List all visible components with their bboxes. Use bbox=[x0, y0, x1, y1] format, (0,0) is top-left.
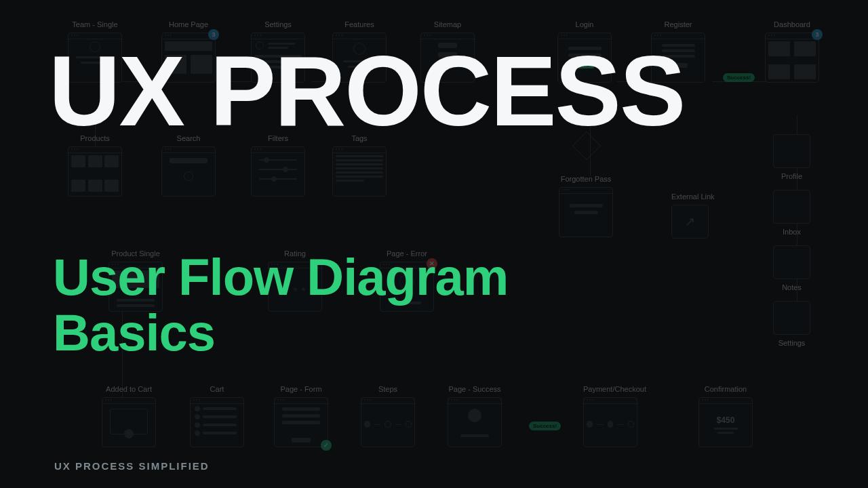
node-label: Settings bbox=[251, 20, 305, 28]
confirmation-amount: $450 bbox=[717, 415, 735, 425]
node-label: Settings bbox=[773, 339, 810, 347]
external-link-icon: ↗ bbox=[685, 214, 695, 229]
node-page-success: Page - Success bbox=[448, 385, 502, 447]
node-payment-checkout: Payment/Checkout bbox=[583, 385, 646, 447]
node-profile: Profile bbox=[773, 134, 810, 180]
node-confirmation: Confirmation $450 bbox=[698, 385, 753, 447]
node-cart: Cart bbox=[190, 385, 244, 447]
node-label: Confirmation bbox=[698, 385, 753, 393]
node-settings2: Settings bbox=[773, 301, 810, 347]
main-title: UX PROCESS bbox=[49, 42, 684, 141]
node-label: Steps bbox=[361, 385, 415, 393]
subtitle: User Flow Diagram Basics bbox=[53, 249, 508, 361]
footer-caption: UX PROCESS SIMPLIFIED bbox=[54, 460, 210, 472]
node-added-to-cart: Added to Cart bbox=[102, 385, 156, 447]
node-label: Sitemap bbox=[420, 20, 475, 28]
node-page-form: Page - Form ✓ bbox=[274, 385, 328, 447]
node-label: Forgotten Pass bbox=[559, 175, 613, 183]
node-label: Cart bbox=[190, 385, 244, 393]
node-label: Dashboard bbox=[765, 20, 819, 28]
node-label: Home Page bbox=[161, 20, 216, 28]
node-label: Profile bbox=[773, 172, 810, 180]
node-label: Payment/Checkout bbox=[583, 385, 646, 393]
pill-payment-success: Success! bbox=[529, 422, 561, 430]
node-label: Notes bbox=[773, 283, 810, 291]
node-label: Team - Single bbox=[68, 20, 122, 28]
node-label: Added to Cart bbox=[102, 385, 156, 393]
node-inbox: Inbox bbox=[773, 190, 810, 236]
node-external-link: External Link ↗ bbox=[671, 192, 715, 239]
node-label: Login bbox=[557, 20, 612, 28]
pill-login-success: Success! bbox=[723, 73, 755, 82]
node-notes: Notes bbox=[773, 245, 810, 291]
node-dashboard: Dashboard 3 bbox=[765, 20, 819, 83]
node-label: Page - Form bbox=[274, 385, 328, 393]
node-label: Register bbox=[651, 20, 705, 28]
node-label: Page - Success bbox=[448, 385, 502, 393]
subtitle-line1: User Flow Diagram bbox=[53, 249, 508, 305]
node-label: Features bbox=[332, 20, 387, 28]
subtitle-line2: Basics bbox=[53, 305, 508, 361]
badge-count: 3 bbox=[812, 29, 823, 40]
node-steps: Steps bbox=[361, 385, 415, 447]
node-label: Inbox bbox=[773, 228, 810, 236]
node-label: External Link bbox=[671, 192, 715, 201]
node-forgotten-pass: Forgotten Pass bbox=[559, 175, 613, 237]
